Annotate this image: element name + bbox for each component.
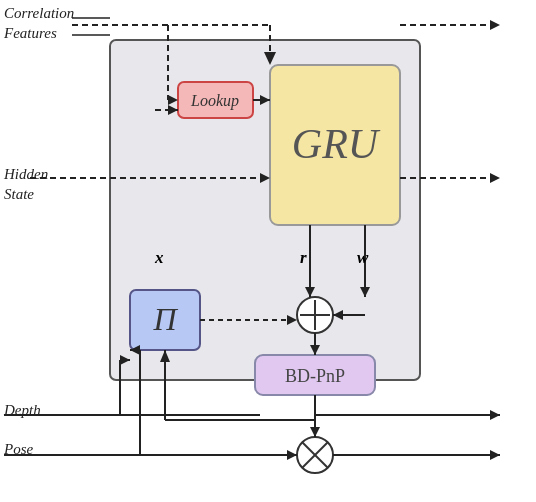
svg-marker-18 [490,173,500,183]
pi-label: Π [152,301,178,337]
depth-label: Depth [4,402,41,419]
lookup-label: Lookup [190,92,239,110]
svg-marker-42 [490,450,500,460]
pose-label: Pose [4,441,33,458]
hidden-state-label: HiddenState [4,165,48,204]
bdpnp-label: BD-PnP [285,366,345,386]
x-label: x [155,248,164,268]
w-label: w [357,248,368,268]
diagram-container: GRU Lookup Π BD-PnP [0,0,536,502]
correlation-label: CorrelationFeatures [4,4,74,43]
gru-label: GRU [292,121,381,167]
svg-marker-38 [490,410,500,420]
svg-marker-14 [490,20,500,30]
svg-marker-50 [310,427,320,437]
svg-marker-40 [287,450,297,460]
r-label: r [300,248,307,268]
